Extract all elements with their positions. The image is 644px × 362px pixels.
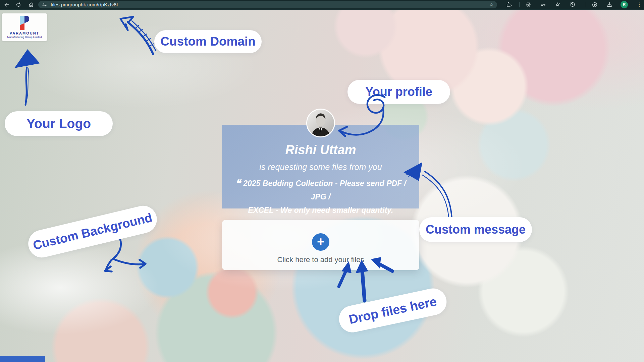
- plus-icon: +: [317, 235, 324, 248]
- password-key-icon[interactable]: [540, 2, 546, 8]
- browser-toolbar: files.pmgrouphk.com/r/pKzIv8f ☆ R ⋮: [0, 0, 644, 10]
- custom-domain-arrow: [116, 14, 159, 56]
- portrait-photo: [307, 110, 334, 136]
- logo-name-text: PARAMOUNT: [10, 31, 40, 35]
- custom-message-text: ❝2025 Bedding Collection - Please send P…: [230, 177, 411, 217]
- logo-subtitle-text: Manufacturing Group Limited: [7, 36, 42, 39]
- site-info-icon[interactable]: [42, 2, 47, 7]
- download-icon[interactable]: [606, 2, 612, 8]
- refresh-icon[interactable]: [15, 2, 21, 8]
- kebab-menu-icon[interactable]: ⋮: [637, 1, 642, 9]
- bottom-left-blue-strip: [0, 356, 45, 362]
- home-icon[interactable]: [28, 2, 34, 8]
- annotation-custom-message: Custom message: [419, 217, 532, 242]
- annotation-your-logo: Your Logo: [5, 111, 113, 136]
- history-icon[interactable]: [570, 2, 576, 8]
- screenshot-stage: files.pmgrouphk.com/r/pKzIv8f ☆ R ⋮: [0, 0, 644, 362]
- add-files-button[interactable]: +: [312, 233, 329, 251]
- paramount-p-icon: [19, 16, 30, 30]
- leaf-extension-icon[interactable]: [592, 2, 598, 8]
- custom-message-arrow: [401, 158, 456, 220]
- extensions-icon[interactable]: [506, 2, 512, 8]
- drop-files-arrows: [332, 256, 401, 305]
- annotation-custom-domain: Custom Domain: [154, 30, 262, 53]
- request-subtitle: is requesting some files from you: [222, 163, 419, 171]
- toolbar-separator: [519, 2, 520, 7]
- company-logo: PARAMOUNT Manufacturing Group Limited: [2, 13, 47, 41]
- bookmark-star-icon[interactable]: ☆: [489, 1, 494, 8]
- your-logo-arrow: [12, 49, 42, 107]
- profile-avatar-button[interactable]: R: [621, 1, 628, 8]
- message-line-1: 2025 Bedding Collection - Please send PD…: [243, 179, 406, 201]
- message-line-2: EXCEL - We only need smaller quantity.: [230, 203, 411, 217]
- toolbar-separator: [585, 2, 585, 7]
- quote-icon: ❝: [235, 178, 240, 189]
- sparkle-star-icon[interactable]: [555, 2, 561, 8]
- url-bar[interactable]: files.pmgrouphk.com/r/pKzIv8f ☆: [38, 1, 497, 8]
- back-icon[interactable]: [3, 2, 9, 8]
- your-profile-arrow: [334, 93, 392, 140]
- requester-avatar: [306, 109, 335, 137]
- privacy-extension-icon[interactable]: [525, 2, 531, 8]
- url-text[interactable]: files.pmgrouphk.com/r/pKzIv8f: [51, 2, 118, 7]
